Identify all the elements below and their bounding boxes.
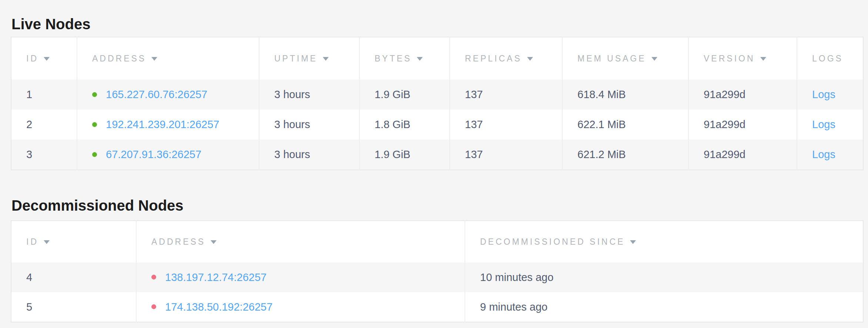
live-nodes-header-row: ID ADDRESS UPTIME BYTES REPLICAS MEM USA… (11, 37, 863, 80)
live-nodes-title: Live Nodes (11, 16, 90, 33)
node-logs-cell: Logs (797, 80, 863, 110)
node-mem-usage-cell: 618.4 MiB (562, 80, 688, 110)
node-id-cell: 5 (11, 292, 136, 322)
column-header-label: ID (26, 54, 38, 63)
decommissioned-status-dot-icon (151, 275, 156, 280)
node-bytes-cell: 1.9 GiB (359, 140, 450, 170)
node-bytes-cell: 1.8 GiB (359, 110, 450, 140)
column-header-label: DECOMMISSIONED SINCE (480, 237, 625, 247)
column-header-label: ADDRESS (151, 237, 205, 247)
node-version-cell: 91a299d (688, 140, 797, 170)
node-id-cell: 3 (11, 140, 77, 170)
column-header-label: BYTES (375, 54, 412, 63)
decommissioned-nodes-table: ID ADDRESS DECOMMISSIONED SINCE 4138.197… (11, 220, 864, 322)
node-version-cell: 91a299d (688, 80, 797, 110)
column-header-replicas[interactable]: REPLICAS (450, 37, 562, 80)
node-logs-cell: Logs (797, 110, 863, 140)
live-status-dot-icon (92, 122, 97, 127)
sort-arrow-icon (151, 57, 157, 61)
decommissioned-nodes-title: Decommissioned Nodes (11, 197, 184, 214)
decommissioned-nodes-header-row: ID ADDRESS DECOMMISSIONED SINCE (11, 221, 863, 262)
sort-arrow-icon (760, 57, 766, 61)
node-address-cell: 192.241.239.201:26257 (77, 110, 259, 140)
column-header-logs: LOGS (797, 37, 863, 80)
column-header-bytes[interactable]: BYTES (359, 37, 450, 80)
column-header-mem-usage[interactable]: MEM USAGE (562, 37, 688, 80)
node-address-link[interactable]: 165.227.60.76:26257 (106, 88, 207, 100)
sort-arrow-icon (44, 57, 50, 61)
node-decommissioned-since-cell: 9 minutes ago (465, 292, 863, 322)
sort-arrow-icon (527, 57, 533, 61)
column-header-version[interactable]: VERSION (688, 37, 797, 80)
column-header-label: VERSION (704, 54, 755, 63)
live-status-dot-icon (92, 92, 97, 97)
node-address-link[interactable]: 138.197.12.74:26257 (165, 271, 267, 283)
node-id-cell: 2 (11, 110, 77, 140)
column-header-address[interactable]: ADDRESS (136, 221, 465, 262)
node-version-cell: 91a299d (688, 110, 797, 140)
sort-arrow-icon (417, 57, 423, 61)
column-header-label: LOGS (812, 54, 843, 63)
column-header-decommissioned-since[interactable]: DECOMMISSIONED SINCE (465, 221, 863, 262)
node-logs-cell: Logs (797, 140, 863, 170)
node-address-cell: 165.227.60.76:26257 (77, 80, 259, 110)
column-header-label: UPTIME (274, 54, 318, 63)
column-header-address[interactable]: ADDRESS (77, 37, 259, 80)
sort-arrow-icon (44, 240, 50, 244)
table-row: 5174.138.50.192:262579 minutes ago (11, 292, 863, 322)
column-header-label: MEM USAGE (577, 54, 646, 63)
logs-link[interactable]: Logs (812, 118, 835, 130)
live-status-dot-icon (92, 152, 97, 157)
column-header-label: ID (26, 237, 38, 247)
node-mem-usage-cell: 622.1 MiB (562, 110, 688, 140)
live-nodes-table: ID ADDRESS UPTIME BYTES REPLICAS MEM USA… (11, 37, 864, 170)
table-row: 2192.241.239.201:262573 hours1.8 GiB1376… (11, 110, 863, 140)
node-address-cell: 67.207.91.36:26257 (77, 140, 259, 170)
logs-link[interactable]: Logs (812, 88, 835, 100)
column-header-label: ADDRESS (92, 54, 146, 63)
node-bytes-cell: 1.9 GiB (359, 80, 450, 110)
table-row: 4138.197.12.74:2625710 minutes ago (11, 262, 863, 292)
sort-arrow-icon (323, 57, 329, 61)
column-header-id[interactable]: ID (11, 37, 77, 80)
node-id-cell: 4 (11, 262, 136, 292)
sort-arrow-icon (211, 240, 217, 244)
node-uptime-cell: 3 hours (259, 80, 359, 110)
node-replicas-cell: 137 (450, 80, 562, 110)
node-decommissioned-since-cell: 10 minutes ago (465, 262, 863, 292)
column-header-id[interactable]: ID (11, 221, 136, 262)
node-uptime-cell: 3 hours (259, 140, 359, 170)
node-replicas-cell: 137 (450, 140, 562, 170)
node-replicas-cell: 137 (450, 110, 562, 140)
decommissioned-status-dot-icon (151, 304, 156, 309)
node-address-link[interactable]: 174.138.50.192:26257 (165, 301, 272, 313)
sort-arrow-icon (651, 57, 657, 61)
node-address-link[interactable]: 192.241.239.201:26257 (106, 118, 219, 130)
table-row: 367.207.91.36:262573 hours1.9 GiB137621.… (11, 140, 863, 170)
table-row: 1165.227.60.76:262573 hours1.9 GiB137618… (11, 80, 863, 110)
column-header-uptime[interactable]: UPTIME (259, 37, 359, 80)
node-id-cell: 1 (11, 80, 77, 110)
node-address-link[interactable]: 67.207.91.36:26257 (106, 148, 201, 160)
node-mem-usage-cell: 621.2 MiB (562, 140, 688, 170)
sort-arrow-icon (630, 240, 636, 244)
column-header-label: REPLICAS (465, 54, 522, 63)
node-address-cell: 138.197.12.74:26257 (136, 262, 465, 292)
logs-link[interactable]: Logs (812, 148, 835, 160)
node-uptime-cell: 3 hours (259, 110, 359, 140)
node-address-cell: 174.138.50.192:26257 (136, 292, 465, 322)
